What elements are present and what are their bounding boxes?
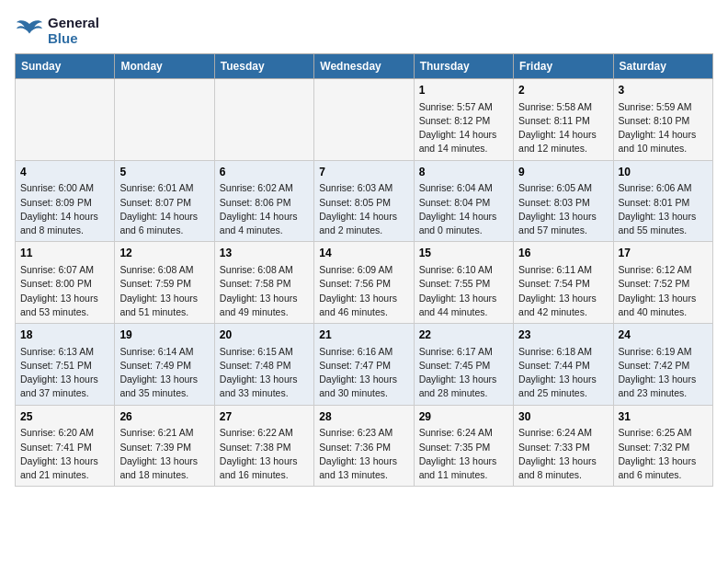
calendar-cell: 30Sunrise: 6:24 AM Sunset: 7:33 PM Dayli… bbox=[514, 405, 613, 487]
calendar-cell: 28Sunrise: 6:23 AM Sunset: 7:36 PM Dayli… bbox=[314, 405, 414, 487]
calendar-cell: 31Sunrise: 6:25 AM Sunset: 7:32 PM Dayli… bbox=[613, 405, 712, 487]
weekday-header-row: SundayMondayTuesdayWednesdayThursdayFrid… bbox=[16, 54, 713, 79]
day-number: 16 bbox=[518, 246, 608, 261]
calendar-table: SundayMondayTuesdayWednesdayThursdayFrid… bbox=[15, 53, 713, 487]
day-info: Sunrise: 6:08 AM Sunset: 7:58 PM Dayligh… bbox=[220, 263, 309, 319]
calendar-cell: 26Sunrise: 6:21 AM Sunset: 7:39 PM Dayli… bbox=[115, 405, 214, 487]
calendar-cell: 10Sunrise: 6:06 AM Sunset: 8:01 PM Dayli… bbox=[613, 160, 712, 242]
day-number: 6 bbox=[220, 165, 309, 180]
day-number: 12 bbox=[119, 246, 209, 261]
day-number: 14 bbox=[319, 246, 408, 261]
day-info: Sunrise: 6:24 AM Sunset: 7:33 PM Dayligh… bbox=[518, 426, 608, 482]
calendar-cell: 14Sunrise: 6:09 AM Sunset: 7:56 PM Dayli… bbox=[314, 242, 414, 324]
weekday-header-cell: Wednesday bbox=[314, 54, 414, 79]
day-info: Sunrise: 6:20 AM Sunset: 7:41 PM Dayligh… bbox=[20, 426, 109, 482]
calendar-cell: 9Sunrise: 6:05 AM Sunset: 8:03 PM Daylig… bbox=[514, 160, 613, 242]
day-number: 30 bbox=[518, 409, 608, 425]
calendar-cell: 5Sunrise: 6:01 AM Sunset: 8:07 PM Daylig… bbox=[115, 160, 214, 242]
weekday-header-cell: Sunday bbox=[16, 54, 115, 79]
calendar-cell: 3Sunrise: 5:59 AM Sunset: 8:10 PM Daylig… bbox=[613, 79, 712, 161]
day-info: Sunrise: 6:24 AM Sunset: 7:35 PM Dayligh… bbox=[419, 426, 508, 482]
day-info: Sunrise: 6:06 AM Sunset: 8:01 PM Dayligh… bbox=[619, 181, 708, 237]
calendar-week-row: 4Sunrise: 6:00 AM Sunset: 8:09 PM Daylig… bbox=[16, 160, 713, 242]
weekday-header-cell: Thursday bbox=[414, 54, 513, 79]
day-number: 9 bbox=[518, 165, 608, 180]
day-number: 7 bbox=[319, 165, 408, 180]
day-number: 19 bbox=[119, 327, 209, 343]
day-info: Sunrise: 6:23 AM Sunset: 7:36 PM Dayligh… bbox=[319, 426, 408, 482]
calendar-cell: 29Sunrise: 6:24 AM Sunset: 7:35 PM Dayli… bbox=[414, 405, 513, 487]
calendar-cell: 27Sunrise: 6:22 AM Sunset: 7:38 PM Dayli… bbox=[214, 405, 313, 487]
logo-icon bbox=[15, 17, 44, 43]
day-number: 4 bbox=[20, 165, 109, 180]
day-info: Sunrise: 5:58 AM Sunset: 8:11 PM Dayligh… bbox=[518, 100, 608, 156]
calendar-cell: 8Sunrise: 6:04 AM Sunset: 8:04 PM Daylig… bbox=[414, 160, 513, 242]
day-info: Sunrise: 6:03 AM Sunset: 8:05 PM Dayligh… bbox=[319, 181, 408, 237]
day-number: 25 bbox=[20, 409, 109, 425]
day-info: Sunrise: 6:21 AM Sunset: 7:39 PM Dayligh… bbox=[119, 426, 209, 482]
calendar-cell: 13Sunrise: 6:08 AM Sunset: 7:58 PM Dayli… bbox=[214, 242, 313, 324]
day-info: Sunrise: 5:57 AM Sunset: 8:12 PM Dayligh… bbox=[419, 100, 508, 156]
day-info: Sunrise: 6:15 AM Sunset: 7:48 PM Dayligh… bbox=[220, 345, 309, 401]
day-info: Sunrise: 6:12 AM Sunset: 7:52 PM Dayligh… bbox=[619, 263, 708, 319]
calendar-body: 1Sunrise: 5:57 AM Sunset: 8:12 PM Daylig… bbox=[16, 79, 713, 487]
day-number: 17 bbox=[619, 246, 708, 261]
weekday-header-cell: Friday bbox=[514, 54, 613, 79]
weekday-header-cell: Saturday bbox=[613, 54, 712, 79]
day-info: Sunrise: 6:19 AM Sunset: 7:42 PM Dayligh… bbox=[619, 345, 708, 401]
calendar-cell: 11Sunrise: 6:07 AM Sunset: 8:00 PM Dayli… bbox=[16, 242, 115, 324]
day-info: Sunrise: 6:14 AM Sunset: 7:49 PM Dayligh… bbox=[119, 345, 209, 401]
day-info: Sunrise: 6:09 AM Sunset: 7:56 PM Dayligh… bbox=[319, 263, 408, 319]
calendar-week-row: 1Sunrise: 5:57 AM Sunset: 8:12 PM Daylig… bbox=[16, 79, 713, 161]
day-info: Sunrise: 6:18 AM Sunset: 7:44 PM Dayligh… bbox=[518, 345, 608, 401]
day-number: 20 bbox=[220, 327, 309, 343]
calendar-cell: 20Sunrise: 6:15 AM Sunset: 7:48 PM Dayli… bbox=[214, 324, 313, 406]
day-info: Sunrise: 6:10 AM Sunset: 7:55 PM Dayligh… bbox=[419, 263, 508, 319]
day-number: 11 bbox=[20, 246, 109, 261]
day-number: 13 bbox=[220, 246, 309, 261]
day-info: Sunrise: 6:08 AM Sunset: 7:59 PM Dayligh… bbox=[119, 263, 209, 319]
logo: General Blue bbox=[15, 15, 99, 46]
day-number: 31 bbox=[619, 409, 708, 425]
day-number: 18 bbox=[20, 327, 109, 343]
day-number: 22 bbox=[419, 327, 508, 343]
calendar-cell: 1Sunrise: 5:57 AM Sunset: 8:12 PM Daylig… bbox=[414, 79, 513, 161]
weekday-header-cell: Monday bbox=[115, 54, 214, 79]
page-header: General Blue bbox=[15, 15, 713, 46]
day-info: Sunrise: 6:22 AM Sunset: 7:38 PM Dayligh… bbox=[220, 426, 309, 482]
day-info: Sunrise: 6:02 AM Sunset: 8:06 PM Dayligh… bbox=[220, 181, 309, 237]
calendar-cell: 22Sunrise: 6:17 AM Sunset: 7:45 PM Dayli… bbox=[414, 324, 513, 406]
day-number: 3 bbox=[619, 83, 708, 98]
calendar-week-row: 25Sunrise: 6:20 AM Sunset: 7:41 PM Dayli… bbox=[16, 405, 713, 487]
calendar-cell bbox=[115, 79, 214, 161]
calendar-week-row: 18Sunrise: 6:13 AM Sunset: 7:51 PM Dayli… bbox=[16, 324, 713, 406]
day-info: Sunrise: 5:59 AM Sunset: 8:10 PM Dayligh… bbox=[619, 100, 708, 156]
day-number: 24 bbox=[619, 327, 708, 343]
day-number: 2 bbox=[518, 83, 608, 98]
day-info: Sunrise: 6:16 AM Sunset: 7:47 PM Dayligh… bbox=[319, 345, 408, 401]
day-number: 8 bbox=[419, 165, 508, 180]
day-number: 29 bbox=[419, 409, 508, 425]
day-info: Sunrise: 6:07 AM Sunset: 8:00 PM Dayligh… bbox=[20, 263, 109, 319]
day-number: 26 bbox=[119, 409, 209, 425]
calendar-cell: 4Sunrise: 6:00 AM Sunset: 8:09 PM Daylig… bbox=[16, 160, 115, 242]
day-number: 27 bbox=[220, 409, 309, 425]
calendar-cell: 16Sunrise: 6:11 AM Sunset: 7:54 PM Dayli… bbox=[514, 242, 613, 324]
calendar-cell: 17Sunrise: 6:12 AM Sunset: 7:52 PM Dayli… bbox=[613, 242, 712, 324]
calendar-cell: 2Sunrise: 5:58 AM Sunset: 8:11 PM Daylig… bbox=[514, 79, 613, 161]
day-number: 23 bbox=[518, 327, 608, 343]
calendar-cell: 12Sunrise: 6:08 AM Sunset: 7:59 PM Dayli… bbox=[115, 242, 214, 324]
calendar-week-row: 11Sunrise: 6:07 AM Sunset: 8:00 PM Dayli… bbox=[16, 242, 713, 324]
day-info: Sunrise: 6:05 AM Sunset: 8:03 PM Dayligh… bbox=[518, 181, 608, 237]
day-number: 5 bbox=[119, 165, 209, 180]
calendar-cell: 21Sunrise: 6:16 AM Sunset: 7:47 PM Dayli… bbox=[314, 324, 414, 406]
day-info: Sunrise: 6:25 AM Sunset: 7:32 PM Dayligh… bbox=[619, 426, 708, 482]
day-info: Sunrise: 6:04 AM Sunset: 8:04 PM Dayligh… bbox=[419, 181, 508, 237]
day-number: 28 bbox=[319, 409, 408, 425]
day-number: 10 bbox=[619, 165, 708, 180]
calendar-cell bbox=[314, 79, 414, 161]
calendar-cell: 19Sunrise: 6:14 AM Sunset: 7:49 PM Dayli… bbox=[115, 324, 214, 406]
calendar-cell: 6Sunrise: 6:02 AM Sunset: 8:06 PM Daylig… bbox=[214, 160, 313, 242]
calendar-cell: 15Sunrise: 6:10 AM Sunset: 7:55 PM Dayli… bbox=[414, 242, 513, 324]
weekday-header-cell: Tuesday bbox=[214, 54, 313, 79]
